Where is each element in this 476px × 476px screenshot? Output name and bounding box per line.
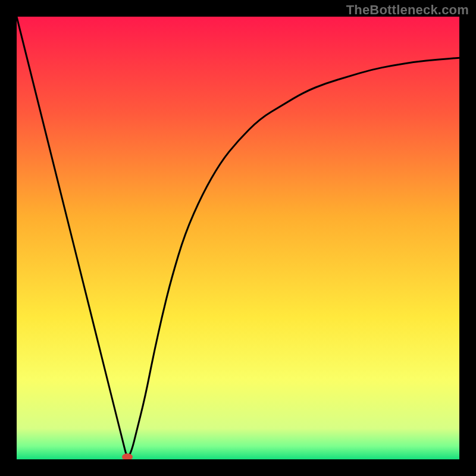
chart-background <box>17 17 459 459</box>
watermark-text: TheBottleneck.com <box>346 2 469 18</box>
chart-plot-area <box>17 17 459 459</box>
chart-svg <box>17 17 459 459</box>
chart-frame: TheBottleneck.com <box>0 0 476 476</box>
